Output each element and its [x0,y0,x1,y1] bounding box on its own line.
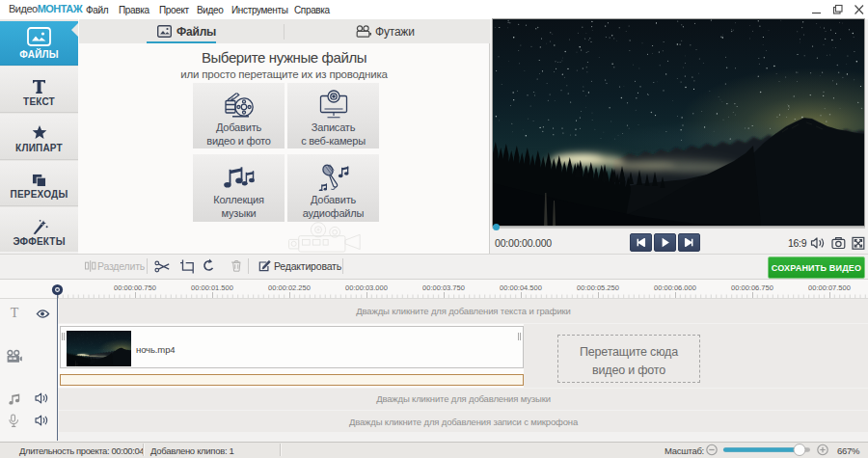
svg-text:00:00:02.250: 00:00:02.250 [268,283,311,292]
svg-text:Редактировать: Редактировать [274,260,342,272]
svg-text:00:00:03.750: 00:00:03.750 [422,283,465,292]
svg-text:Разделить: Разделить [97,260,146,272]
svg-text:00:00:06.750: 00:00:06.750 [731,283,773,292]
svg-text:00:00:03.000: 00:00:03.000 [345,283,388,292]
svg-text:00:00:06.000: 00:00:06.000 [654,283,696,292]
svg-text:00:00:07.500: 00:00:07.500 [808,283,851,292]
svg-text:00:00:05.250: 00:00:05.250 [577,283,619,292]
svg-text:00:00:01.500: 00:00:01.500 [191,283,233,292]
svg-text:00:00:04.500: 00:00:04.500 [500,283,542,292]
svg-text:T: T [11,306,19,320]
svg-text:00:00:00.750: 00:00:00.750 [114,283,156,292]
